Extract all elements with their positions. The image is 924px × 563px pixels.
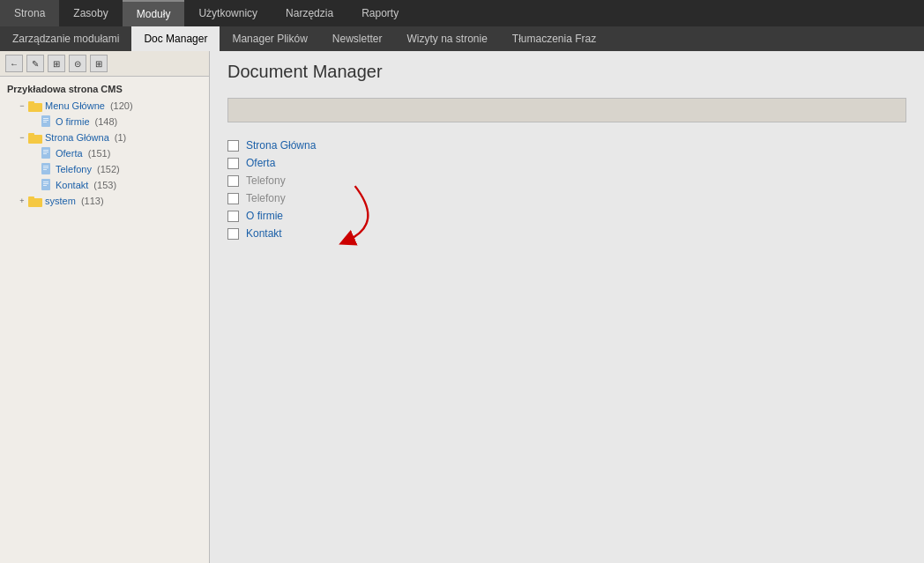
svg-rect-18 <box>43 183 48 184</box>
expander-empty-3 <box>28 163 41 175</box>
second-navigation: Zarządzanie modułami Doc Manager Manager… <box>0 26 924 51</box>
content-toolbar <box>227 98 906 122</box>
toolbar-btn-back[interactable]: ← <box>5 55 23 72</box>
page-icon-telefony <box>41 163 53 175</box>
doc-checkbox-telefony1[interactable] <box>227 175 239 187</box>
doc-checkbox-telefony2[interactable] <box>227 193 239 204</box>
tree-label-oferta: Oferta <box>56 148 83 159</box>
page-icon <box>41 115 53 128</box>
svg-rect-20 <box>28 198 42 207</box>
svg-rect-12 <box>41 163 50 174</box>
second-nav-wizyty[interactable]: Wizyty na stronie <box>395 26 500 51</box>
svg-rect-9 <box>43 150 48 151</box>
tree-count-telefony: (152) <box>94 164 120 174</box>
svg-rect-13 <box>43 166 48 167</box>
expander-empty-2 <box>28 147 41 159</box>
toolbar-btn-edit[interactable]: ✎ <box>26 55 44 72</box>
tree-label-strona-glowna: Strona Główna <box>45 132 109 143</box>
svg-rect-7 <box>28 133 34 136</box>
doc-link-telefony-2[interactable]: Telefony <box>246 192 286 204</box>
nav-item-moduly[interactable]: Moduły <box>123 0 185 26</box>
tree-label-telefony: Telefony <box>56 164 92 174</box>
tree-item-strona-glowna[interactable]: − Strona Główna (1) <box>0 130 209 145</box>
folder-open-icon <box>28 100 42 112</box>
tree-item-telefony[interactable]: Telefony (152) <box>0 161 209 177</box>
expander-empty-4 <box>28 179 41 191</box>
doc-checkbox-kontakt[interactable] <box>227 228 239 240</box>
svg-rect-21 <box>28 196 34 199</box>
nav-item-narzedzia[interactable]: Narzędzia <box>272 0 347 26</box>
sidebar-toolbar: ← ✎ ⊞ ⊝ ⊞ <box>0 51 209 77</box>
nav-item-zasoby[interactable]: Zasoby <box>59 0 122 26</box>
tree-label-kontakt: Kontakt <box>56 180 88 190</box>
tree-item-o-firmie[interactable]: O firmie (148) <box>0 114 209 130</box>
top-navigation: Strona Zasoby Moduły Użytkownicy Narzędz… <box>0 0 924 26</box>
nav-item-uzytkownicy[interactable]: Użytkownicy <box>184 0 272 26</box>
tree-count-menu-glowne: (120) <box>108 100 133 111</box>
toolbar-btn-add[interactable]: ⊞ <box>90 55 108 72</box>
doc-link-strona-glowna[interactable]: Strona Główna <box>246 139 316 152</box>
expander-icon[interactable]: − <box>16 100 28 112</box>
list-item: O firmie <box>227 207 906 225</box>
svg-rect-2 <box>41 115 50 127</box>
nav-item-strona[interactable]: Strona <box>0 0 59 26</box>
tree-count-o-firmie: (148) <box>93 116 118 127</box>
doc-link-telefony-1[interactable]: Telefony <box>246 174 286 187</box>
tree-item-system[interactable]: + system (113) <box>0 193 209 209</box>
page-icon-kontakt <box>41 179 53 191</box>
page-title: Document Manager <box>227 62 906 82</box>
svg-rect-10 <box>43 152 48 152</box>
content-body-wrapper: Strona Główna Oferta Telefony <box>210 122 924 563</box>
second-nav-manager-plikow[interactable]: Manager Plików <box>220 26 319 51</box>
svg-rect-15 <box>43 169 47 170</box>
tree-label-system: system <box>45 196 76 206</box>
tree-item-oferta[interactable]: Oferta (151) <box>0 145 209 161</box>
content-area: Document Manager Strona Główna Oferta <box>210 51 924 563</box>
document-list: Strona Główna Oferta Telefony <box>227 137 906 242</box>
second-nav-doc-manager[interactable]: Doc Manager <box>131 26 220 51</box>
svg-rect-3 <box>43 118 48 119</box>
tree-item-kontakt[interactable]: Kontakt (153) <box>0 177 209 193</box>
svg-rect-19 <box>43 185 47 186</box>
doc-link-oferta[interactable]: Oferta <box>246 157 275 169</box>
doc-link-kontakt[interactable]: Kontakt <box>246 227 282 240</box>
page-icon-oferta <box>41 147 53 159</box>
svg-rect-6 <box>28 135 42 144</box>
content-header: Document Manager <box>210 51 924 98</box>
tree-label-o-firmie: O firmie <box>56 116 90 127</box>
sidebar-section-title: Przykładowa strona CMS <box>0 80 209 98</box>
tree-count-strona-glowna: (1) <box>112 132 127 143</box>
sidebar-tree-container: Przykładowa strona CMS − Menu Główne (12… <box>0 77 209 563</box>
toolbar-btn-collapse[interactable]: ⊝ <box>69 55 86 72</box>
doc-link-o-firmie[interactable]: O firmie <box>246 210 283 222</box>
svg-rect-4 <box>43 120 48 121</box>
expander-icon-empty <box>28 115 41 128</box>
content-body: Strona Główna Oferta Telefony <box>210 122 924 256</box>
list-item: Telefony <box>227 172 906 189</box>
second-nav-tlumaczenia[interactable]: Tłumaczenia Fraz <box>500 26 608 51</box>
toolbar-btn-expand[interactable]: ⊞ <box>48 55 65 72</box>
second-nav-zarzadzanie[interactable]: Zarządzanie modułami <box>0 26 131 51</box>
expander-strona[interactable]: − <box>16 131 28 144</box>
svg-rect-8 <box>41 147 50 159</box>
svg-rect-5 <box>43 122 47 122</box>
svg-rect-11 <box>43 153 47 154</box>
doc-checkbox-oferta[interactable] <box>227 158 239 169</box>
doc-checkbox-strona[interactable] <box>227 140 239 152</box>
tree-count-oferta: (151) <box>86 148 111 159</box>
svg-rect-1 <box>28 101 34 104</box>
tree-count-kontakt: (153) <box>91 180 116 190</box>
doc-checkbox-o-firmie[interactable] <box>227 211 239 222</box>
folder-open-icon-2 <box>28 131 42 144</box>
second-nav-newsletter[interactable]: Newsletter <box>320 26 395 51</box>
folder-icon-system <box>28 195 42 207</box>
expander-system[interactable]: + <box>16 195 28 207</box>
list-item: Kontakt <box>227 225 906 242</box>
nav-item-raporty[interactable]: Raporty <box>347 0 413 26</box>
sidebar: ← ✎ ⊞ ⊝ ⊞ Przykładowa strona CMS − Menu … <box>0 51 210 563</box>
tree-item-menu-glowne[interactable]: − Menu Główne (120) <box>0 98 209 114</box>
main-layout: ← ✎ ⊞ ⊝ ⊞ Przykładowa strona CMS − Menu … <box>0 51 924 563</box>
list-item: Telefony <box>227 189 906 207</box>
list-item: Strona Główna <box>227 137 906 154</box>
svg-rect-16 <box>41 179 50 190</box>
